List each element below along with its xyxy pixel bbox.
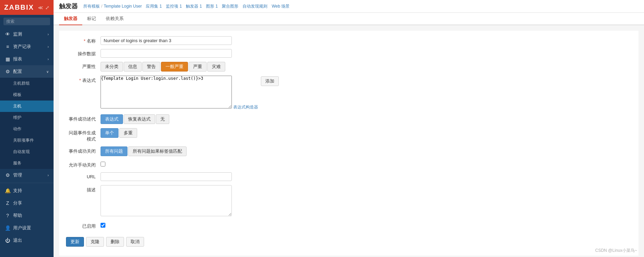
- name-label: 名称: [66, 36, 101, 44]
- breadcrumb-all-templates[interactable]: 所有模板: [83, 3, 100, 9]
- breadcrumb: 所有模板 / Template Login User 应用集 1 监控项 1 触…: [83, 3, 290, 9]
- sidebar-item-label: 分享: [13, 200, 22, 206]
- form-row-url: URL: [59, 172, 638, 181]
- user-icon: 👤: [5, 225, 10, 231]
- enabled-checkbox[interactable]: [101, 223, 105, 228]
- chevron-icon: ›: [48, 32, 49, 36]
- problem-multiple[interactable]: 多重: [119, 128, 137, 138]
- sidebar-item-hosts[interactable]: 主机: [0, 101, 54, 112]
- severity-average[interactable]: 一般严重: [161, 62, 188, 72]
- breadcrumb-triggers[interactable]: 触发器 1: [186, 3, 202, 9]
- manual-close-label: 允许手动关闭: [66, 160, 101, 168]
- description-input[interactable]: [101, 185, 232, 216]
- tab-triggers[interactable]: 触发器: [59, 13, 82, 25]
- description-label: 描述: [66, 185, 101, 193]
- problem-single[interactable]: 单个: [101, 128, 119, 138]
- chevron-icon: ›: [48, 173, 49, 177]
- collapse-icon[interactable]: ≪: [38, 5, 43, 10]
- severity-control: 未分类 信息 警告 一般严重 严重 灾难: [101, 62, 239, 72]
- sidebar-sub-label: 主机群组: [13, 80, 30, 86]
- tab-tags[interactable]: 标记: [82, 13, 101, 25]
- sidebar-divider: [0, 183, 54, 183]
- opdata-input[interactable]: [101, 49, 232, 58]
- enabled-label: 已启用: [66, 221, 101, 229]
- severity-warning[interactable]: 警告: [142, 62, 160, 72]
- top-nav: 触发器 所有模板 / Template Login User 应用集 1 监控项…: [54, 0, 644, 13]
- recovery-recovery-expression[interactable]: 恢复表达式: [124, 114, 155, 124]
- logout-icon: ⏻: [5, 238, 10, 243]
- sidebar-sub-label: 关联项事件: [13, 137, 34, 143]
- breadcrumb-monitors[interactable]: 监控项 1: [166, 3, 182, 9]
- manual-close-checkbox[interactable]: [101, 162, 105, 166]
- problem-mode-btn-group: 单个 多重: [101, 128, 239, 138]
- recovery-none[interactable]: 无: [156, 114, 169, 124]
- sidebar-item-share[interactable]: Z 分享: [0, 197, 54, 209]
- sidebar-item-templates[interactable]: 模板: [0, 89, 54, 101]
- clone-button[interactable]: 克隆: [86, 237, 104, 247]
- sidebar-item-support[interactable]: 🔔 支持: [0, 184, 54, 197]
- form-card: 名称 操作数据 严重性 未分类 信息 警告: [59, 31, 638, 256]
- severity-label: 严重性: [66, 62, 101, 70]
- breadcrumb-autodiscovery[interactable]: 自动发现规则: [243, 3, 267, 9]
- expand-icon[interactable]: ⤢: [45, 5, 49, 10]
- name-input[interactable]: [101, 36, 232, 45]
- opdata-control: [101, 49, 239, 58]
- tab-dependencies[interactable]: 依赖关系: [101, 13, 129, 25]
- sidebar-item-monitor[interactable]: 👁 监测 ›: [0, 28, 54, 40]
- breadcrumb-appsets[interactable]: 应用集 1: [146, 3, 162, 9]
- sidebar-item-config[interactable]: ⚙ 配置 ∨: [0, 65, 54, 78]
- search-input[interactable]: [3, 18, 50, 25]
- breadcrumb-graphs[interactable]: 图形 1: [206, 3, 218, 9]
- ok-close-tag-match[interactable]: 所有问题如果标签值匹配: [128, 146, 187, 156]
- recovery-label: 事件成功述代: [66, 114, 101, 122]
- sidebar-item-assets[interactable]: ≡ 资产记录 ›: [0, 40, 54, 53]
- severity-high[interactable]: 严重: [189, 62, 207, 72]
- sidebar-item-reports[interactable]: ▦ 报表 ›: [0, 53, 54, 65]
- breadcrumb-web-scenario[interactable]: Web 场景: [272, 3, 290, 9]
- monitor-icon: 👁: [5, 31, 10, 37]
- sidebar-item-admin[interactable]: ⚙ 管理 ›: [0, 169, 54, 181]
- sidebar-item-label: 管理: [13, 172, 22, 178]
- url-input[interactable]: [101, 172, 232, 181]
- sidebar-sub-label: 自动发现: [13, 149, 30, 155]
- form-row-opdata: 操作数据: [59, 49, 638, 58]
- expression-builder-link[interactable]: 表达式构造器: [233, 104, 258, 110]
- cancel-button[interactable]: 取消: [126, 237, 144, 247]
- expression-input[interactable]: {Template Login User:login.user.last()}>…: [101, 76, 232, 108]
- update-button[interactable]: 更新: [66, 237, 84, 247]
- severity-disaster[interactable]: 灾难: [207, 62, 225, 72]
- sidebar-search-container: [0, 15, 54, 28]
- sidebar-item-maintenance[interactable]: 维护: [0, 112, 54, 123]
- sidebar-item-services[interactable]: 服务: [0, 158, 54, 169]
- breadcrumb-template-login-user[interactable]: Template Login User: [104, 4, 142, 9]
- sidebar-item-actions[interactable]: 动作: [0, 123, 54, 135]
- url-label: URL: [66, 172, 101, 179]
- sidebar-logo: ZABBIX ≪ ⤢: [0, 0, 54, 15]
- sidebar-item-help[interactable]: ? 帮助: [0, 209, 54, 222]
- add-expression-button[interactable]: 添加: [261, 76, 279, 86]
- sidebar-item-correlation[interactable]: 关联项事件: [0, 135, 54, 146]
- sidebar-item-logout[interactable]: ⏻ 退出: [0, 234, 54, 247]
- sidebar-item-label: 退出: [13, 237, 22, 244]
- help-icon: ?: [5, 213, 10, 218]
- page-title: 触发器: [59, 2, 78, 10]
- sidebar-item-autodiscover[interactable]: 自动发现: [0, 146, 54, 158]
- ok-close-all-problems[interactable]: 所有问题: [101, 146, 127, 156]
- sidebar-item-user-settings[interactable]: 👤 用户设置: [0, 222, 54, 234]
- breadcrumb-sep: /: [101, 4, 102, 9]
- breadcrumb-aggregate-graphs[interactable]: 聚合图形: [222, 3, 238, 9]
- recovery-expression[interactable]: 表达式: [101, 114, 123, 124]
- form-row-recovery: 事件成功述代 表达式 恢复表达式 无: [59, 114, 638, 124]
- name-control: [101, 36, 239, 45]
- opdata-label: 操作数据: [66, 49, 101, 57]
- support-icon: 🔔: [5, 188, 10, 193]
- sidebar-item-hostgroups[interactable]: 主机群组: [0, 78, 54, 89]
- form-row-description: 描述: [59, 185, 638, 217]
- tabs-bar: 触发器 标记 依赖关系: [54, 13, 644, 25]
- severity-info[interactable]: 信息: [124, 62, 142, 72]
- delete-button[interactable]: 删除: [106, 237, 124, 247]
- sidebar-collapse-icons: ≪ ⤢: [38, 5, 49, 10]
- severity-unclassified[interactable]: 未分类: [101, 62, 123, 72]
- sidebar-sub-label: 主机: [13, 103, 21, 109]
- form-row-expression: 表达式 {Template Login User:login.user.last…: [59, 76, 638, 110]
